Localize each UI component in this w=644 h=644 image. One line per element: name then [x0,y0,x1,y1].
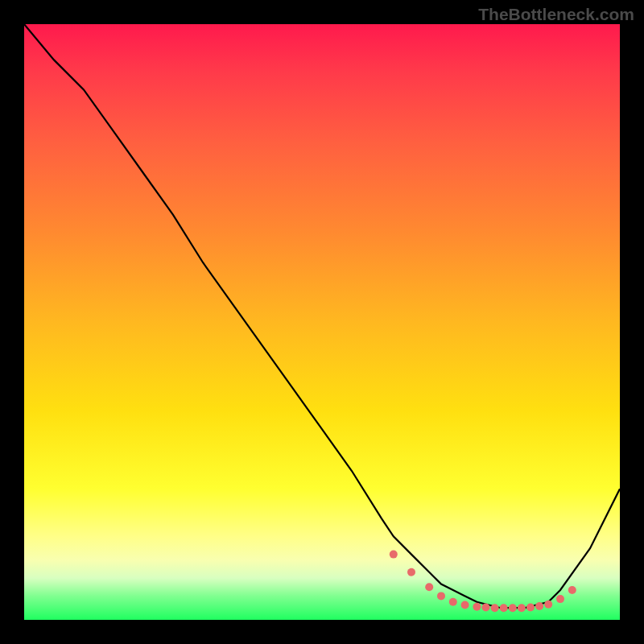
chart-svg-overlay [24,24,620,620]
chart-marker [437,592,445,600]
chart-marker [568,586,576,594]
watermark-text: TheBottleneck.com [478,5,634,24]
chart-marker [544,601,552,609]
chart-marker [390,551,398,559]
chart-marker [500,604,508,612]
chart-marker [425,583,433,591]
chart-marker [509,604,517,612]
chart-marker [526,603,535,611]
chart-plot-area [24,24,620,620]
chart-marker [535,602,543,610]
chart-marker [473,603,481,611]
chart-marker [449,598,457,606]
chart-marker [461,601,469,609]
chart-marker [407,568,415,576]
chart-marker [556,595,564,603]
chart-marker [491,604,499,612]
chart-curve [24,24,620,608]
chart-marker [518,604,526,612]
chart-marker [482,603,490,611]
